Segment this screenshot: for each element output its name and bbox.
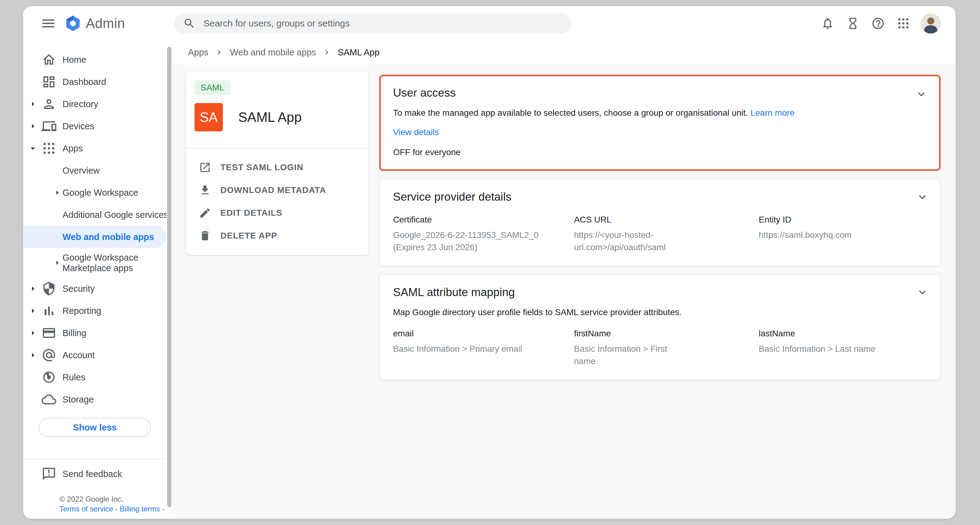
chevron-down-icon[interactable] — [916, 190, 929, 204]
sidebar-item-apps[interactable]: Apps — [23, 137, 167, 159]
chevron-down-icon[interactable] — [915, 88, 928, 101]
acs-url-field: ACS URL https://<your-hosted-url.com>/ap… — [574, 213, 759, 254]
sidebar-item-billing[interactable]: Billing — [23, 322, 167, 344]
footer-separator: - — [162, 505, 164, 513]
sidebar-item-google-workspace[interactable]: Google Workspace — [23, 181, 167, 204]
expand-right-icon[interactable] — [27, 305, 38, 317]
admin-hexagon-icon — [64, 15, 81, 32]
expand-right-icon[interactable] — [27, 99, 38, 110]
test-saml-login-button[interactable]: TEST SAML LOGIN — [186, 156, 369, 179]
breadcrumb-separator-icon — [215, 48, 224, 57]
billing-terms-link[interactable]: Billing terms — [120, 505, 160, 513]
learn-more-link[interactable]: Learn more — [750, 108, 794, 118]
terms-of-service-link[interactable]: Terms of service — [59, 505, 113, 513]
card-title: Service provider details — [393, 189, 927, 204]
sidebar-item-label: Reporting — [62, 306, 101, 316]
directory-person-icon — [41, 97, 56, 111]
service-provider-details-card[interactable]: Service provider details Certificate Goo… — [379, 179, 940, 266]
saml-attribute-mapping-card[interactable]: SAML attribute mapping Map Google direct… — [379, 274, 940, 380]
home-icon — [41, 52, 56, 67]
field-label: Certificate — [393, 213, 574, 226]
sidebar-item-directory[interactable]: Directory — [23, 93, 167, 115]
user-access-card[interactable]: User access To make the managed app avai… — [379, 75, 940, 171]
field-value: Basic Information > First name — [574, 343, 691, 368]
sidebar-item-label: Security — [62, 284, 95, 294]
search-bar[interactable] — [174, 13, 571, 33]
sidebar-item-label: Devices — [62, 121, 94, 131]
collapse-down-icon[interactable] — [27, 143, 38, 154]
field-value: Basic Information > Last name — [759, 343, 927, 355]
menu-icon[interactable] — [39, 14, 57, 33]
expand-right-icon[interactable] — [27, 283, 38, 294]
sidebar-item-devices[interactable]: Devices — [23, 115, 167, 137]
sidebar-item-label: Additional Google services — [62, 210, 167, 220]
header-actions — [819, 6, 941, 41]
breadcrumb-apps[interactable]: Apps — [188, 48, 208, 57]
sidebar-item-account[interactable]: Account — [23, 344, 167, 366]
app-title: SAML App — [238, 110, 302, 125]
sidebar-item-security[interactable]: Security — [23, 278, 167, 300]
copyright-text: © 2022 Google Inc. — [59, 494, 167, 504]
rules-icon — [41, 370, 56, 385]
field-value: Basic Information > Primary email — [393, 343, 541, 355]
send-feedback-label: Send feedback — [62, 469, 122, 479]
download-metadata-button[interactable]: DOWNLOAD METADATA — [186, 179, 369, 202]
download-icon — [199, 184, 211, 196]
view-details-link[interactable]: View details — [393, 127, 439, 137]
pending-tasks-icon[interactable] — [845, 15, 861, 32]
card-title: SAML attribute mapping — [393, 285, 927, 300]
sidebar-item-label: Overview — [62, 165, 100, 176]
top-app-bar: Admin — [23, 6, 956, 41]
sidebar-item-dashboard[interactable]: Dashboard — [23, 71, 167, 93]
billing-card-icon — [41, 326, 56, 340]
search-input[interactable] — [204, 18, 562, 29]
field-label: lastName — [759, 328, 927, 340]
chevron-down-icon[interactable] — [916, 286, 929, 299]
sidebar-item-overview[interactable]: Overview — [23, 159, 167, 181]
account-avatar[interactable] — [921, 13, 941, 33]
sidebar-item-reporting[interactable]: Reporting — [23, 300, 167, 322]
account-at-icon — [41, 348, 56, 363]
entity-id-field: Entity ID https://saml.boxyhq.com — [759, 213, 927, 254]
expand-right-icon[interactable] — [52, 187, 62, 198]
edit-details-button[interactable]: EDIT DETAILS — [186, 202, 369, 224]
dashboard-icon — [41, 75, 56, 89]
expand-right-icon[interactable] — [52, 257, 62, 268]
field-label: firstName — [574, 328, 759, 340]
sidebar-divider — [23, 459, 167, 460]
sidebar-scrollbar[interactable] — [167, 47, 172, 507]
admin-logo[interactable]: Admin — [64, 14, 125, 33]
email-mapping-field: email Basic Information > Primary email — [393, 328, 574, 368]
sidebar-item-home[interactable]: Home — [23, 49, 167, 71]
breadcrumb-current-page: SAML App — [338, 48, 380, 57]
sidebar-item-label: Google Workspace — [62, 188, 138, 198]
sidebar-item-label: Account — [62, 350, 95, 360]
help-icon[interactable] — [870, 15, 886, 32]
sidebar-item-additional-google-services[interactable]: Additional Google services — [23, 204, 167, 226]
search-icon — [183, 17, 196, 30]
show-less-button[interactable]: Show less — [38, 418, 151, 437]
product-name: Admin — [86, 16, 125, 31]
expand-right-icon[interactable] — [27, 121, 38, 132]
sidebar-item-google-workspace-marketplace-apps[interactable]: Google Workspace Marketplace apps — [23, 248, 167, 278]
sidebar-item-label: Web and mobile apps — [62, 232, 154, 242]
app-summary-card: SAML SA SAML App TEST SAML LOGIN DOWNLOA… — [186, 71, 369, 255]
sidebar-item-rules[interactable]: Rules — [23, 366, 167, 388]
send-feedback-button[interactable]: Send feedback — [23, 463, 167, 485]
card-title: User access — [393, 86, 927, 100]
breadcrumb: Apps Web and mobile apps SAML App — [172, 41, 956, 64]
notifications-icon[interactable] — [819, 15, 836, 32]
sidebar-footer: © 2022 Google Inc. Terms of service - Bi… — [59, 494, 167, 514]
breadcrumb-web-and-mobile-apps[interactable]: Web and mobile apps — [230, 48, 316, 57]
delete-app-button[interactable]: DELETE APP — [186, 224, 369, 247]
google-apps-grid-icon[interactable] — [896, 15, 912, 32]
sidebar-item-storage[interactable]: Storage — [23, 388, 167, 410]
sidebar-item-label: Apps — [62, 143, 83, 154]
expand-right-icon[interactable] — [27, 328, 38, 339]
security-shield-icon — [41, 281, 56, 296]
expand-right-icon[interactable] — [27, 350, 38, 361]
sidebar-item-web-and-mobile-apps[interactable]: Web and mobile apps — [23, 226, 166, 248]
certificate-field: Certificate Google_2026-6-22-113953_SAML… — [393, 213, 574, 254]
sidebar-item-label: Dashboard — [62, 77, 106, 87]
apps-grid-icon — [41, 141, 56, 156]
